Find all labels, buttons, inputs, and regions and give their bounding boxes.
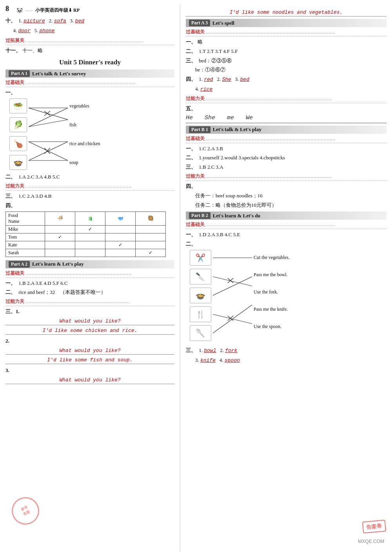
a3-s3-line1: bed：②③⑤⑧ bbox=[199, 58, 232, 64]
a3-section2: 二、 1.T 2.T 3.T 4.F 5.F bbox=[186, 47, 387, 56]
header-logo: 🐼 bbox=[16, 7, 23, 14]
b1-task2: 任务二：略（食物总价为10元即可） bbox=[195, 202, 277, 208]
he-she-line: He She me We bbox=[186, 115, 387, 123]
label-fish: fish bbox=[69, 117, 100, 132]
table-row: Sarah ✓ bbox=[6, 249, 166, 257]
section-ten-row2: 4. door 5. phone bbox=[5, 27, 174, 35]
b1-section1: 一、 1.C 2.A 3.B bbox=[186, 145, 387, 153]
b2-section3: 三、 1. bowl 2. fork bbox=[186, 346, 387, 355]
mike-col3 bbox=[105, 225, 136, 233]
section-a1-three-answers: 1.C 2.A 3.D 4.B bbox=[18, 193, 51, 199]
part-a1-header: Part A 1 Let's talk & Let's survey bbox=[5, 69, 174, 78]
page-number: 8 bbox=[5, 5, 9, 13]
food-img-1: 🥗 bbox=[9, 98, 27, 113]
b1-section4-label: 四、 bbox=[186, 182, 387, 191]
word-we: We bbox=[246, 115, 253, 121]
table-header-row: FoodName 🍜 🧃 🥣 🥘 bbox=[6, 211, 166, 225]
label-vegetables: vegetables bbox=[69, 98, 100, 113]
item-4-answer: door bbox=[18, 28, 31, 34]
b2-section3-row2: 3. knife 4. spoon bbox=[186, 356, 387, 365]
tom-col4 bbox=[136, 233, 166, 241]
part-a2-header: Part A 2 Let's learn & Let's play bbox=[5, 260, 174, 268]
name-tom: Tom bbox=[6, 233, 45, 241]
b2-s3-4: spoon bbox=[225, 357, 240, 363]
pass-ability-a2-text: 过能力关 bbox=[5, 299, 24, 304]
pass-ability-b1: 过能力关 bbox=[186, 173, 387, 181]
b2-s3-2: fork bbox=[225, 348, 237, 354]
header-title: 小学英语四年级⬇ RP bbox=[35, 7, 80, 14]
b1-task1: 任务一：beef soup noodles；16 bbox=[195, 193, 263, 199]
section-a1-four-label: 四、 bbox=[5, 202, 174, 210]
item-2-label: 2. bbox=[46, 18, 54, 24]
dotted-a3 bbox=[206, 33, 335, 33]
b2-section1: 一、 1.D 2.A 3.B 4.C 5.E bbox=[186, 231, 387, 239]
word-he: He bbox=[186, 115, 193, 121]
match-lines-svg bbox=[29, 101, 68, 168]
a3-s4-2: She bbox=[222, 77, 231, 82]
pass-ability-a1-text: 过能力关 bbox=[5, 183, 24, 189]
label-pass-bowl: Pass me the bowl. bbox=[254, 267, 290, 283]
pass-basic-a3-text: 过基础关 bbox=[186, 29, 205, 35]
a3-s2-answers: 1.T 2.T 3.T 4.F 5.F bbox=[199, 48, 238, 54]
b2-match-left: ✂️ 🔪 🍲 🍴 🥄 bbox=[190, 250, 211, 341]
item-2-answer: sofa bbox=[54, 18, 66, 24]
label-use-spoon: Use the spoon. bbox=[254, 319, 290, 335]
sarah-col2 bbox=[75, 249, 105, 257]
tom-col1: ✓ bbox=[45, 233, 75, 241]
a3-section1: 一、略 bbox=[186, 38, 387, 46]
b1-s2-answers: 1.yourself 2.would 3.specials 4.chopstic… bbox=[199, 155, 285, 160]
mike-col4 bbox=[136, 225, 166, 233]
part-a2-label: Part A 2 bbox=[9, 261, 30, 268]
sentence-2-num: 2. bbox=[5, 337, 174, 345]
pass-basic-a2: 过基础关 bbox=[5, 270, 174, 278]
a3-s1-text: 略 bbox=[198, 39, 203, 45]
dotted-line-a1-2 bbox=[25, 187, 131, 188]
b2-s3-3: knife bbox=[200, 357, 216, 363]
svg-line-14 bbox=[213, 277, 252, 295]
b1-section3: 三、 1.B 2.C 3.A bbox=[186, 163, 387, 171]
pass-basic-b1: 过基础关 bbox=[186, 135, 387, 143]
section-eleven-text: 十一、略 bbox=[22, 47, 43, 53]
item-4-label: 4. bbox=[13, 27, 18, 33]
b1-s1-answers: 1.C 2.A 3.B bbox=[199, 146, 223, 151]
kate-col2 bbox=[75, 241, 105, 249]
dotted-b1-2 bbox=[206, 177, 331, 178]
match-right-labels: vegetables fish rice and chicken soup bbox=[69, 98, 100, 170]
sentence-group-1: 三、1. What would you like? I'd like some … bbox=[5, 308, 174, 335]
word-me: me bbox=[227, 115, 234, 121]
unit-title: Unit 5 Dinner's ready bbox=[5, 58, 174, 66]
food-img-4: 🍲 bbox=[9, 155, 27, 170]
b1-s3-answers: 1.B 2.C 3.A bbox=[199, 164, 223, 170]
part-a3-label: Part A 3 bbox=[189, 20, 210, 26]
b2-img-3: 🍲 bbox=[190, 288, 211, 303]
sentence-1-line2: I'd like some chicken and rice. bbox=[5, 327, 174, 335]
left-column: 🐼 —— 小学英语四年级⬇ RP 十、 1. picture 2. sofa 3… bbox=[0, 4, 180, 552]
mike-col2: ✓ bbox=[75, 225, 105, 233]
pass-basic-b1-text: 过基础关 bbox=[186, 136, 205, 141]
b2-match-right: Cut the vegetables. Pass me the bowl. Us… bbox=[254, 250, 290, 335]
a3-s4-1: red bbox=[204, 77, 213, 82]
a3-section4-row2: 4. rice bbox=[186, 85, 387, 94]
col-food-3: 🥣 bbox=[105, 211, 136, 225]
top-answer-line: I'd like some noodles and vegetables. bbox=[186, 9, 387, 16]
a3-s3-line2: be：①④⑥⑦ bbox=[195, 67, 225, 73]
word-she: She bbox=[205, 115, 215, 121]
a3-s4-4: rice bbox=[200, 86, 212, 92]
label-pass-knife: Pass me the knife. bbox=[254, 302, 290, 317]
label-use-fork: Use the fork. bbox=[254, 284, 290, 300]
sarah-col3 bbox=[105, 249, 136, 257]
part-b2-desc: Let's learn & Let's do bbox=[213, 213, 260, 219]
section-a1-one-label: 一、 bbox=[5, 89, 174, 97]
sentence-3-line1: What would you like? bbox=[5, 376, 174, 384]
dotted-line-a1 bbox=[25, 84, 135, 84]
part-a2-desc: Let's learn & Let's play bbox=[32, 261, 83, 267]
kate-col3: ✓ bbox=[105, 241, 136, 249]
b2-match-diagram: ✂️ 🔪 🍲 🍴 🥄 bbox=[190, 250, 387, 344]
food-table: FoodName 🍜 🧃 🥣 🥘 Mike ✓ Tom ✓ bbox=[5, 211, 166, 257]
brand-logo: 告案卷 bbox=[363, 521, 386, 532]
pass-basic-a3: 过基础关 bbox=[186, 29, 387, 36]
b1-s4-line1: 任务一：beef soup noodles；16 bbox=[186, 192, 387, 200]
sentence-group-3: 3. What would you like? bbox=[5, 366, 174, 384]
section-a1-two: 二、 1.A 2.C 3.A 4.B 5.C bbox=[5, 173, 174, 181]
section-a2-one: 一、 1.B 2.A 3.E 4.D 5.F 6.C bbox=[5, 279, 174, 288]
